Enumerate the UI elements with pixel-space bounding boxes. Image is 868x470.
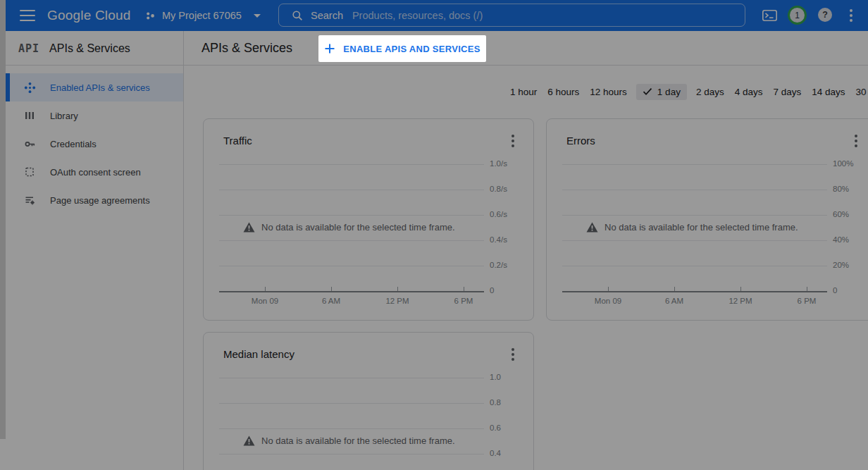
spotlight-highlight: ENABLE APIS AND SERVICES xyxy=(318,35,486,62)
enable-apis-button-label: ENABLE APIS AND SERVICES xyxy=(343,44,480,54)
enable-apis-button[interactable]: ENABLE APIS AND SERVICES xyxy=(320,42,485,55)
gcp-console-page: Google Cloud My Project 67065 Search Pr xyxy=(0,0,868,470)
dim-overlay xyxy=(0,0,868,470)
plus-icon xyxy=(324,43,335,54)
